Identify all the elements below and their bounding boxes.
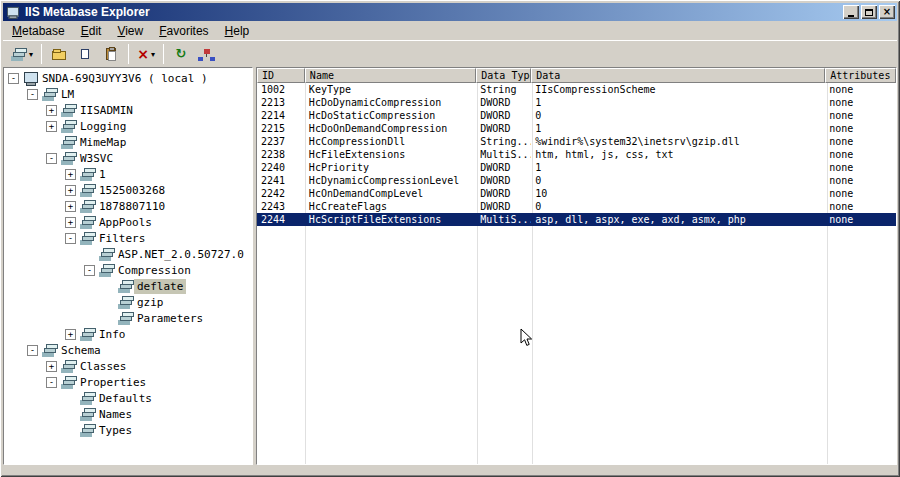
cell-data: 1 xyxy=(531,96,825,109)
tree-item-names[interactable]: Names xyxy=(4,406,252,422)
tree-item-label: LM xyxy=(58,87,77,102)
open-button[interactable] xyxy=(46,42,72,66)
tree-item-label: W3SVC xyxy=(77,151,116,166)
tree-item-site-1525003268[interactable]: + 1525003268 xyxy=(4,182,252,198)
close-button[interactable]: × xyxy=(879,5,895,19)
tree-item-label: 1878807110 xyxy=(96,199,168,214)
column-header-attributes[interactable]: Attributes xyxy=(825,68,896,83)
tree-toggle[interactable]: + xyxy=(46,105,57,116)
copy-button[interactable] xyxy=(72,42,98,66)
tree-item-aspnet[interactable]: ASP.NET_2.0.50727.0 xyxy=(4,246,252,262)
tree-toggle[interactable]: + xyxy=(46,121,57,132)
cell-name: HcCompressionDll xyxy=(305,135,476,148)
table-row[interactable]: 2215 HcDoOnDemandCompression DWORD 1 non… xyxy=(257,122,896,135)
tree-item-deflate[interactable]: deflate xyxy=(4,278,252,294)
tree-item-filters[interactable]: - Filters xyxy=(4,230,252,246)
cell-id: 2244 xyxy=(257,213,305,226)
tree-toggle[interactable]: - xyxy=(27,89,38,100)
cell-attributes: none xyxy=(825,122,896,135)
tree-toggle[interactable]: - xyxy=(46,153,57,164)
tree-item-label: Types xyxy=(96,423,135,438)
tree-item-site1[interactable]: + 1 xyxy=(4,166,252,182)
table-row[interactable]: 2242 HcOnDemandCompLevel DWORD 10 none xyxy=(257,187,896,200)
table-row[interactable]: 2243 HcCreateFlags DWORD 0 none xyxy=(257,200,896,213)
tree-item-label: Logging xyxy=(77,119,129,134)
tree-toggle[interactable]: + xyxy=(65,217,76,228)
table-row[interactable]: 2214 HcDoStaticCompression DWORD 0 none xyxy=(257,109,896,122)
minimize-button[interactable] xyxy=(843,5,859,19)
column-header-id[interactable]: ID xyxy=(257,68,305,83)
tree-toggle[interactable]: - xyxy=(46,377,57,388)
tree-item-parameters[interactable]: Parameters xyxy=(4,310,252,326)
table-row-selected[interactable]: 2244 HcScriptFileExtensions MultiS... as… xyxy=(257,213,896,226)
refresh-button[interactable]: ↻ xyxy=(168,42,194,66)
paste-button[interactable] xyxy=(98,42,124,66)
table-row[interactable]: 2213 HcDoDynamicCompression DWORD 1 none xyxy=(257,96,896,109)
key-icon xyxy=(80,392,96,405)
tree-item-gzip[interactable]: gzip xyxy=(4,294,252,310)
connections-button[interactable] xyxy=(194,42,220,66)
cell-data: 1 xyxy=(531,161,825,174)
tree-toggle[interactable]: + xyxy=(65,185,76,196)
new-key-icon xyxy=(11,48,27,61)
tree-item-info[interactable]: + Info xyxy=(4,326,252,342)
tree-item-compression[interactable]: - Compression xyxy=(4,262,252,278)
metabase-tree-panel: - SNDA-69Q3UYY3V6 ( local ) - LM + IISAD… xyxy=(3,67,253,465)
table-row[interactable]: 1002 KeyType String IIsCompressionScheme… xyxy=(257,83,896,96)
tree-item-logging[interactable]: + Logging xyxy=(4,118,252,134)
cell-id: 2243 xyxy=(257,200,305,213)
menu-help[interactable]: Help xyxy=(217,22,258,40)
cell-data: asp, dll, aspx, exe, axd, asmx, php xyxy=(531,213,825,226)
menu-favorites[interactable]: Favorites xyxy=(151,22,216,40)
menu-view[interactable]: View xyxy=(109,22,151,40)
tree-item-apppools[interactable]: + AppPools xyxy=(4,214,252,230)
key-icon xyxy=(99,264,115,277)
tree-toggle[interactable]: - xyxy=(8,73,19,84)
cell-datatype: DWORD xyxy=(476,96,531,109)
column-header-datatype[interactable]: Data Type xyxy=(476,68,531,83)
column-header-name[interactable]: Name xyxy=(305,68,476,83)
cell-datatype: DWORD xyxy=(476,122,531,135)
tree-item-site-1878807110[interactable]: + 1878807110 xyxy=(4,198,252,214)
table-row[interactable]: 2241 HcDynamicCompressionLevel DWORD 0 n… xyxy=(257,174,896,187)
tree-item-label: AppPools xyxy=(96,215,155,230)
cell-data: 0 xyxy=(531,200,825,213)
table-row[interactable]: 2237 HcCompressionDll String... %windir%… xyxy=(257,135,896,148)
new-key-button[interactable]: ▾ xyxy=(7,42,37,66)
tree-item-label: Info xyxy=(96,327,129,342)
tree-item-classes[interactable]: + Classes xyxy=(4,358,252,374)
tree-item-iisadmin[interactable]: + IISADMIN xyxy=(4,102,252,118)
tree-item-label: Schema xyxy=(58,343,104,358)
tree-toggle[interactable]: - xyxy=(27,345,38,356)
tree-item-defaults[interactable]: Defaults xyxy=(4,390,252,406)
tree-toggle[interactable]: - xyxy=(84,265,95,276)
tree-toggle[interactable]: + xyxy=(65,169,76,180)
tree-item-lm[interactable]: - LM xyxy=(4,86,252,102)
tree-item-types[interactable]: Types xyxy=(4,422,252,438)
tree-toggle[interactable]: + xyxy=(46,361,57,372)
cell-id: 2215 xyxy=(257,122,305,135)
tree-item-schema[interactable]: - Schema xyxy=(4,342,252,358)
tree-toggle[interactable]: - xyxy=(65,233,76,244)
delete-button[interactable]: × ▾ xyxy=(133,42,159,66)
cell-attributes: none xyxy=(825,148,896,161)
table-row[interactable]: 2238 HcFileExtensions MultiS... htm, htm… xyxy=(257,148,896,161)
cell-data: 0 xyxy=(531,109,825,122)
cell-data: 10 xyxy=(531,187,825,200)
cell-id: 1002 xyxy=(257,83,305,96)
tree-toggle[interactable]: + xyxy=(65,329,76,340)
tree-item-w3svc[interactable]: - W3SVC xyxy=(4,150,252,166)
cell-id: 2240 xyxy=(257,161,305,174)
maximize-button[interactable] xyxy=(861,5,877,19)
menu-edit[interactable]: Edit xyxy=(73,22,110,40)
cell-data: htm, html, js, css, txt xyxy=(531,148,825,161)
cell-datatype: DWORD xyxy=(476,174,531,187)
tree-item-properties[interactable]: - Properties xyxy=(4,374,252,390)
table-row[interactable]: 2240 HcPriority DWORD 1 none xyxy=(257,161,896,174)
tree-item-mimemap[interactable]: MimeMap xyxy=(4,134,252,150)
tree-item-server[interactable]: - SNDA-69Q3UYY3V6 ( local ) xyxy=(4,70,252,86)
menu-metabase[interactable]: Metabase xyxy=(4,22,73,40)
tree-toggle[interactable]: + xyxy=(65,201,76,212)
key-icon xyxy=(80,184,96,197)
column-header-data[interactable]: Data xyxy=(531,68,825,83)
